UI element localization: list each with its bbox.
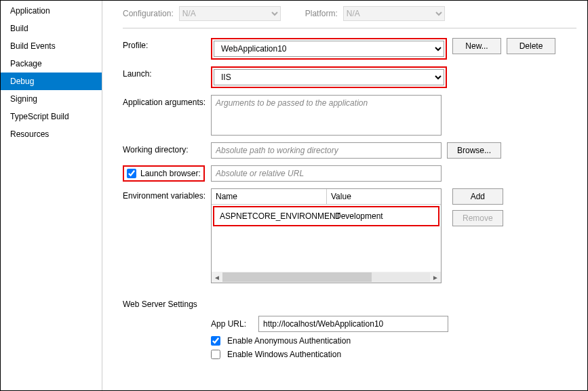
remove-button: Remove: [452, 210, 503, 226]
configuration-select: N/A: [179, 6, 281, 21]
scroll-left-icon[interactable]: ◄: [212, 274, 222, 281]
sidebar-item-build[interactable]: Build: [1, 20, 102, 37]
app-url-label: App URL:: [211, 319, 252, 329]
sidebar-item-build-events[interactable]: Build Events: [1, 37, 102, 55]
env-row-value: Development: [331, 209, 387, 224]
env-col-value: Value: [327, 189, 441, 204]
add-button[interactable]: Add: [452, 188, 503, 205]
sidebar-item-package[interactable]: Package: [1, 55, 102, 73]
platform-select: N/A: [343, 6, 445, 21]
web-server-settings-label: Web Server Settings: [123, 290, 576, 312]
sidebar-item-typescript-build[interactable]: TypeScript Build: [1, 108, 102, 125]
launch-browser-checkbox[interactable]: [127, 169, 136, 178]
launch-label: Launch:: [123, 66, 211, 79]
anon-auth-label: Enable Anonymous Authentication: [227, 336, 351, 346]
sidebar-item-resources[interactable]: Resources: [1, 125, 102, 143]
sidebar-item-application[interactable]: Application: [1, 2, 102, 20]
profile-label: Profile:: [123, 38, 211, 50]
sidebar-item-debug[interactable]: Debug: [1, 73, 102, 90]
launch-select[interactable]: IIS: [214, 69, 444, 85]
sidebar-item-signing[interactable]: Signing: [1, 90, 102, 108]
configuration-label: Configuration:: [123, 9, 174, 18]
app-args-input[interactable]: [211, 95, 442, 136]
main-panel: Configuration: N/A Platform: N/A Profile…: [102, 1, 587, 390]
profile-select[interactable]: WebApplication10: [214, 41, 444, 57]
win-auth-checkbox[interactable]: [211, 350, 220, 359]
working-dir-label: Working directory:: [123, 142, 211, 155]
env-horizontal-scrollbar[interactable]: ◄ ►: [212, 272, 441, 283]
app-args-label: Application arguments:: [123, 95, 211, 107]
launch-browser-label: Launch browser:: [140, 169, 201, 178]
new-button[interactable]: New...: [452, 38, 501, 54]
env-col-name: Name: [212, 189, 327, 204]
scroll-right-icon[interactable]: ►: [430, 274, 441, 281]
win-auth-label: Enable Windows Authentication: [227, 350, 341, 359]
env-vars-table[interactable]: Name Value ASPNETCORE_ENVIRONMENT Develo…: [211, 188, 442, 283]
env-row-name: ASPNETCORE_ENVIRONMENT: [216, 209, 331, 224]
sidebar: Application Build Build Events Package D…: [1, 1, 102, 390]
browse-button[interactable]: Browse...: [447, 142, 501, 159]
table-row[interactable]: ASPNETCORE_ENVIRONMENT Development: [216, 209, 437, 224]
app-url-input[interactable]: [258, 316, 448, 332]
anon-auth-checkbox[interactable]: [211, 336, 220, 346]
env-vars-label: Environment variables:: [123, 188, 211, 201]
working-dir-input[interactable]: [211, 142, 442, 159]
launch-browser-input[interactable]: [211, 165, 442, 182]
platform-label: Platform:: [305, 9, 338, 18]
delete-button[interactable]: Delete: [507, 38, 555, 54]
config-platform-bar: Configuration: N/A Platform: N/A: [123, 1, 576, 28]
